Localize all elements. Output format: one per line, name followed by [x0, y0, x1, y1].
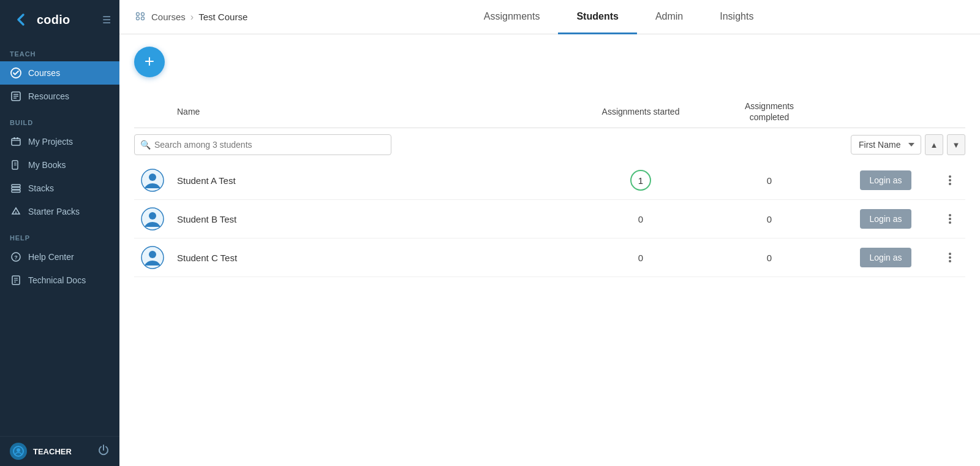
help-center-icon: ?	[10, 251, 22, 263]
svg-rect-6	[12, 139, 20, 145]
logo-area: codio ☰	[0, 0, 119, 39]
sidebar-item-technical-docs-label: Technical Docs	[28, 275, 86, 285]
avatar	[10, 443, 27, 460]
search-sort-row: 🔍 First Name Last Name Email ▲ ▼	[134, 128, 965, 161]
sort-controls: First Name Last Name Email ▲ ▼	[851, 134, 965, 155]
add-student-button[interactable]: +	[134, 47, 165, 77]
power-icon[interactable]	[97, 444, 110, 459]
search-input-wrap: 🔍	[134, 134, 391, 155]
content-area: + Name Assignments started Assignmentsco…	[119, 34, 980, 466]
codio-logo-icon	[10, 9, 32, 31]
student-name-a: Student A Test	[171, 175, 579, 186]
sidebar-item-my-projects-label: My Projects	[28, 137, 73, 147]
more-menu-button-b[interactable]	[944, 212, 956, 226]
starter-packs-icon	[10, 205, 22, 218]
sidebar-item-resources[interactable]: Resources	[0, 85, 119, 108]
tab-students[interactable]: Students	[558, 1, 636, 34]
breadcrumb-current: Test Course	[198, 12, 247, 22]
footer-username: TEACHER	[33, 447, 97, 456]
sidebar-item-technical-docs[interactable]: Technical Docs	[0, 269, 119, 292]
col-header-name: Name	[171, 107, 579, 116]
student-b-assignments-started: 0	[579, 214, 702, 224]
sidebar-item-stacks[interactable]: Stacks	[0, 177, 119, 200]
sort-ascending-button[interactable]: ▲	[925, 134, 943, 155]
sidebar-item-resources-label: Resources	[28, 91, 69, 101]
sidebar-item-my-projects[interactable]: My Projects	[0, 130, 119, 153]
more-menu-button-c[interactable]	[944, 250, 956, 265]
sidebar-footer: TEACHER	[0, 436, 119, 466]
col-header-assignments-started: Assignments started	[579, 107, 702, 116]
breadcrumb: Courses › Test Course	[134, 10, 247, 24]
logo-text: codio	[37, 13, 70, 27]
table-row: Student B Test 0 0 Login as	[134, 200, 965, 239]
svg-point-23	[137, 13, 140, 16]
student-b-login-area: Login as	[837, 209, 935, 229]
student-name-c: Student C Test	[171, 253, 579, 263]
sidebar-item-courses-label: Courses	[28, 68, 60, 78]
svg-text:?: ?	[14, 254, 18, 261]
student-avatar-a	[134, 169, 171, 192]
search-icon: 🔍	[140, 140, 151, 150]
student-avatar-c	[134, 246, 171, 269]
tab-admin[interactable]: Admin	[637, 1, 701, 34]
sidebar-item-my-books[interactable]: My Books	[0, 153, 119, 177]
courses-icon	[10, 67, 22, 79]
sidebar-item-help-center[interactable]: ? Help Center	[0, 245, 119, 269]
svg-rect-12	[12, 185, 20, 187]
sidebar: codio ☰ TEACH Courses Resources BUILD	[0, 0, 119, 466]
table-row: Student C Test 0 0 Login as	[134, 239, 965, 277]
tab-insights[interactable]: Insights	[701, 1, 772, 34]
sidebar-item-stacks-label: Stacks	[28, 183, 54, 193]
topbar: Courses › Test Course Assignments Studen…	[119, 0, 980, 34]
login-as-button-b[interactable]: Login as	[860, 209, 912, 229]
student-avatar-b	[134, 207, 171, 231]
tabs: Assignments Students Admin Insights	[272, 0, 965, 34]
student-name-b: Student B Test	[171, 214, 579, 224]
svg-rect-14	[12, 190, 20, 193]
breadcrumb-separator: ›	[190, 12, 194, 23]
student-c-more-area	[935, 250, 965, 265]
svg-rect-0	[10, 9, 32, 31]
table-row: Student A Test 1 0 Login as	[134, 161, 965, 200]
sidebar-item-starter-packs[interactable]: Starter Packs	[0, 200, 119, 223]
svg-rect-8	[17, 137, 18, 139]
more-menu-button-a[interactable]	[944, 173, 956, 188]
svg-point-24	[141, 13, 145, 16]
table-header: Name Assignments started Assignmentscomp…	[134, 96, 965, 128]
sort-descending-button[interactable]: ▼	[947, 134, 965, 155]
build-section-label: BUILD	[0, 108, 119, 130]
student-a-more-area	[935, 173, 965, 188]
student-a-assignments-completed: 0	[702, 175, 837, 186]
my-projects-icon	[10, 136, 22, 148]
student-b-assignments-completed: 0	[702, 214, 837, 224]
student-a-assignments-started: 1	[579, 170, 702, 191]
toggle-sidebar-button[interactable]: ☰	[102, 14, 111, 26]
stacks-icon	[10, 182, 22, 194]
search-input[interactable]	[134, 134, 391, 155]
main-content: Courses › Test Course Assignments Studen…	[119, 0, 980, 466]
sidebar-item-courses[interactable]: Courses	[0, 61, 119, 85]
student-a-login-area: Login as	[837, 170, 935, 190]
technical-docs-icon	[10, 274, 22, 286]
svg-point-26	[141, 17, 145, 20]
col-header-assignments-completed: Assignmentscompleted	[702, 101, 837, 123]
login-as-button-a[interactable]: Login as	[860, 170, 912, 190]
sidebar-item-my-books-label: My Books	[28, 160, 66, 170]
svg-rect-13	[12, 188, 20, 190]
resources-icon	[10, 90, 22, 102]
breadcrumb-icon	[134, 10, 146, 24]
sidebar-item-help-center-label: Help Center	[28, 252, 74, 262]
my-books-icon	[10, 159, 22, 171]
help-section-label: HELP	[0, 223, 119, 245]
login-as-button-c[interactable]: Login as	[860, 248, 912, 267]
sort-select[interactable]: First Name Last Name Email	[851, 135, 921, 155]
tab-assignments[interactable]: Assignments	[466, 1, 559, 34]
student-c-assignments-started: 0	[579, 253, 702, 263]
sidebar-item-starter-packs-label: Starter Packs	[28, 207, 80, 216]
breadcrumb-courses[interactable]: Courses	[151, 12, 186, 22]
student-b-more-area	[935, 212, 965, 226]
teach-section-label: TEACH	[0, 39, 119, 61]
student-c-assignments-completed: 0	[702, 253, 837, 263]
students-list: Student A Test 1 0 Login as	[134, 161, 965, 277]
svg-rect-7	[13, 137, 15, 139]
